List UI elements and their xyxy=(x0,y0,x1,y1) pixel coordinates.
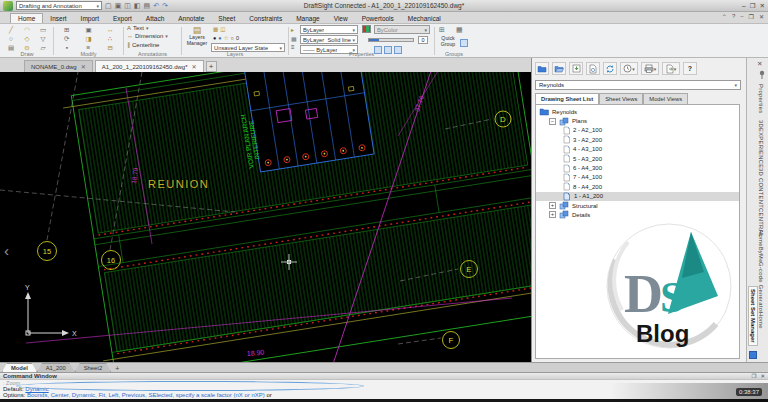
tab-attach[interactable]: Attach xyxy=(139,14,171,23)
open-sheet-set-button[interactable] xyxy=(552,62,566,75)
expand-icon[interactable]: + xyxy=(549,211,556,218)
side-tab-3dcontentcentral[interactable]: 3D CONTENTCENTRAL xyxy=(758,168,764,237)
tab-sheet2[interactable]: Sheet2 xyxy=(75,363,111,372)
move-tool-icon[interactable]: ⊞ xyxy=(58,26,76,34)
tree-item[interactable]: 6 - A4_300 xyxy=(536,163,739,172)
tree-item[interactable]: 3 - A2_200 xyxy=(536,135,739,144)
save-icon[interactable]: ◫ xyxy=(124,2,131,10)
tree-item[interactable]: 2 - A2_100 xyxy=(536,126,739,135)
recent-button[interactable]: ▾ xyxy=(620,62,638,75)
polygon-tool-icon[interactable]: ◇ xyxy=(21,35,33,43)
tree-group-structural[interactable]: + Structural xyxy=(536,201,739,210)
panel-help-button[interactable]: ? xyxy=(683,62,697,75)
layer-color-icon[interactable]: ○ xyxy=(231,35,234,41)
group-icon[interactable]: ⊞ xyxy=(439,26,445,34)
close-icon[interactable]: ✕ xyxy=(191,63,196,70)
layer-frozen-icon[interactable]: ● xyxy=(218,35,221,41)
tab-sheet-views[interactable]: Sheet Views xyxy=(599,93,643,104)
doc-close-icon[interactable]: ✕ xyxy=(759,13,764,20)
expand-icon[interactable]: + xyxy=(549,202,556,209)
chevron-left-icon[interactable]: ‹ xyxy=(4,242,9,259)
side-tab-3dexperience[interactable]: 3DEXPERIENCE xyxy=(758,120,764,168)
rectangle-tool-icon[interactable]: ▭ xyxy=(37,26,49,34)
import-button[interactable] xyxy=(569,62,583,75)
side-tab-homebyme[interactable]: HomeByMe xyxy=(758,230,764,263)
tab-mechanical[interactable]: Mechanical xyxy=(401,14,448,23)
side-tab-properties[interactable]: Properties xyxy=(758,84,764,113)
text-button[interactable]: A Text ▾ xyxy=(125,24,180,32)
tab-model-views[interactable]: Model Views xyxy=(643,93,688,104)
side-tab-home[interactable]: Home xyxy=(758,312,764,329)
help-icon[interactable]: ? xyxy=(732,13,735,20)
export-button[interactable]: ▾ xyxy=(662,62,680,75)
bycolor-combo[interactable]: ByColor ▾ xyxy=(374,25,430,34)
doc-restore-icon[interactable]: ❐ xyxy=(749,13,754,20)
mirror-tool-icon[interactable]: ◨ xyxy=(80,35,98,43)
tab-powertools[interactable]: Powertools xyxy=(355,14,401,23)
new-sheet-set-button[interactable] xyxy=(535,62,549,75)
new-document-tab-button[interactable]: + xyxy=(206,61,217,72)
triangle-tool-icon[interactable]: ▽ xyxy=(37,35,49,43)
drawing-canvas[interactable]: VOIR PLAN ARCH INTERIEURE REUNION 18.90 … xyxy=(0,72,531,362)
layers-manager-button[interactable]: ▤ Layers Manager xyxy=(185,25,209,46)
collapse-icon[interactable]: − xyxy=(549,118,556,125)
tab-drawing-sheet-list[interactable]: Drawing Sheet List xyxy=(535,93,599,104)
pin-icon[interactable] xyxy=(758,70,766,79)
tree-item-selected[interactable]: 1 - A1_200 xyxy=(536,192,739,201)
document-tab-a1200[interactable]: A1_200_1_220109162450.dwg* ✕ xyxy=(95,60,204,72)
new-sheet-button[interactable]: + xyxy=(111,365,123,372)
side-tab-gcode-generator[interactable]: G-code Generator xyxy=(758,262,764,314)
workspace-selector[interactable]: Drafting and Annotation ▾ xyxy=(16,1,102,10)
sheet-set-combo[interactable]: Reynolds ▾ xyxy=(535,80,741,90)
rich-line-icon[interactable] xyxy=(362,25,371,33)
tab-home[interactable]: Home xyxy=(10,13,43,23)
dimension-button[interactable]: ↔ Dimension ▾ xyxy=(125,32,180,40)
tree-item[interactable]: 8 - A4_200 xyxy=(536,182,739,191)
tab-export[interactable]: Export xyxy=(106,14,139,23)
layer-on-icon[interactable]: ● xyxy=(213,35,216,41)
side-tab-sheet-set-manager[interactable]: Sheet Set Manager xyxy=(748,286,758,346)
refresh-button[interactable] xyxy=(603,62,617,75)
tab-a1-200[interactable]: A1_200 xyxy=(37,363,75,372)
close-button[interactable]: ✕ xyxy=(760,2,765,10)
line-tool-icon[interactable]: ╱ xyxy=(5,26,17,34)
linestyle-icon[interactable]: ▦ xyxy=(291,35,297,42)
centerline-button[interactable]: ∥ Centerline xyxy=(125,40,180,49)
tab-import[interactable]: Import xyxy=(74,14,106,23)
tree-item[interactable]: 7 - A4_100 xyxy=(536,173,739,182)
close-icon[interactable]: ✕ xyxy=(81,63,86,70)
layer-lock-icon[interactable]: ☆ xyxy=(224,35,229,41)
new-file-icon[interactable]: ▢ xyxy=(105,2,112,10)
stretch-tool-icon[interactable]: ↔ xyxy=(101,26,119,34)
edit-group-icon[interactable] xyxy=(460,39,468,47)
tree-item[interactable]: 5 - A3_200 xyxy=(536,154,739,163)
pattern-tool-icon[interactable]: ∴ xyxy=(101,35,119,43)
close-panel-icon[interactable]: ✕ xyxy=(760,373,765,379)
tab-annotate[interactable]: Annotate xyxy=(171,14,211,23)
minimize-button[interactable]: – xyxy=(742,2,746,10)
quick-group-button[interactable]: Quick Group xyxy=(437,36,459,47)
tab-insert[interactable]: Insert xyxy=(43,14,73,23)
layer-freeze-icon[interactable]: ◫ xyxy=(220,26,225,32)
ungroup-icon[interactable]: ▦ xyxy=(456,26,463,34)
linestyle-combo[interactable]: ByLayer Solid line ▾ xyxy=(300,35,358,44)
maximize-button[interactable]: ❐ xyxy=(750,2,756,10)
preview-button[interactable] xyxy=(586,62,600,75)
undo-icon[interactable]: ↶ xyxy=(153,2,159,10)
print-sheet-button[interactable]: ▾ xyxy=(641,62,659,75)
panel-close-icon[interactable]: ✕ xyxy=(757,60,762,68)
tab-sheet[interactable]: Sheet xyxy=(211,14,242,23)
print-icon[interactable]: ▤ xyxy=(144,2,151,10)
arc-tool-icon[interactable]: ◠ xyxy=(21,26,33,34)
float-panel-icon[interactable]: ❐ xyxy=(751,373,756,379)
tab-constraints[interactable]: Constraints xyxy=(242,14,289,23)
rotate-tool-icon[interactable]: ⟳ xyxy=(58,35,76,43)
copy-tool-icon[interactable]: ▣ xyxy=(80,26,98,34)
linecolor-combo[interactable]: ByLayer ▾ xyxy=(300,25,358,34)
tab-model[interactable]: Model xyxy=(2,363,37,372)
document-tab-noname[interactable]: NONAME_0.dwg ✕ xyxy=(24,60,93,72)
tree-item[interactable]: 4 - A3_100 xyxy=(536,145,739,154)
layer-icon[interactable]: ▦ xyxy=(213,26,218,32)
lineweight-icon[interactable]: ≡ xyxy=(291,44,295,50)
tree-group-plans[interactable]: − Plans xyxy=(536,116,739,125)
